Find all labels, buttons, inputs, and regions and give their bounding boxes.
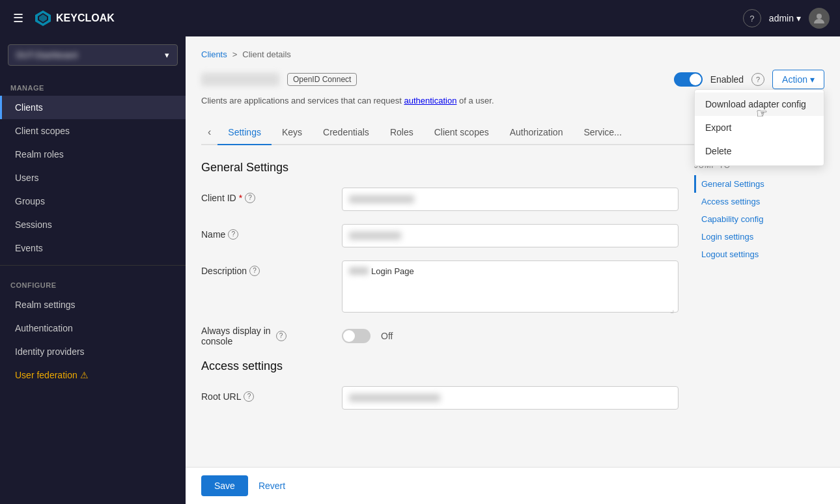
description-info-icon[interactable]: ?	[249, 266, 260, 276]
hamburger-menu-icon[interactable]: ☰	[10, 8, 26, 28]
logo-text: KEYCLOAK	[56, 12, 115, 24]
sidebar-section-configure: Configure	[0, 271, 186, 293]
layout: DUT-Dashboard ▾ Manage Clients Client sc…	[0, 36, 840, 504]
sidebar-item-user-federation-label: User federation	[15, 370, 77, 380]
sidebar-item-users-label: Users	[15, 173, 39, 183]
sidebar-item-events[interactable]: Events	[0, 236, 186, 260]
admin-menu[interactable]: admin ▾	[769, 13, 801, 23]
jump-nav-item-capability-config[interactable]: Capability config	[694, 210, 824, 228]
admin-label: admin	[769, 13, 794, 23]
sidebar-item-realm-settings-label: Realm settings	[15, 300, 76, 310]
openid-connect-badge: OpenID Connect	[287, 73, 357, 86]
client-id-info-icon[interactable]: ?	[245, 193, 255, 203]
root-url-info-icon[interactable]: ?	[244, 391, 254, 402]
revert-button[interactable]: Revert	[256, 475, 288, 496]
always-display-toggle[interactable]	[342, 329, 371, 343]
realm-selector-label: DUT-Dashboard	[16, 50, 77, 60]
admin-chevron-icon: ▾	[796, 13, 801, 23]
keycloak-logo-icon	[34, 9, 52, 27]
sidebar-item-groups-label: Groups	[15, 196, 45, 206]
dropdown-item-download-adapter[interactable]: Download adapter config ☞	[695, 92, 824, 116]
sidebar-item-events-label: Events	[15, 243, 43, 253]
sidebar-item-identity-providers-label: Identity providers	[15, 346, 85, 357]
client-id-label: Client ID * ?	[201, 188, 331, 203]
name-input[interactable]	[342, 224, 679, 247]
tab-client-scopes[interactable]: Client scopes	[424, 120, 499, 145]
dropdown-item-delete-label: Delete	[705, 146, 731, 156]
jump-nav-item-access-settings[interactable]: Access settings	[694, 193, 824, 210]
help-icon[interactable]: ?	[743, 9, 761, 27]
jump-nav-item-general-settings[interactable]: General Settings	[694, 175, 824, 193]
sidebar-item-client-scopes[interactable]: Client scopes	[0, 119, 186, 143]
description-label: Description ?	[201, 260, 331, 276]
breadcrumb-clients-link[interactable]: Clients	[201, 49, 227, 59]
action-button[interactable]: Action ▾	[772, 70, 824, 89]
tab-authorization[interactable]: Authorization	[499, 120, 574, 145]
enabled-toggle[interactable]	[674, 72, 703, 87]
sidebar-item-groups[interactable]: Groups	[0, 189, 186, 213]
always-display-info-icon[interactable]: ?	[276, 331, 287, 341]
sidebar: DUT-Dashboard ▾ Manage Clients Client sc…	[0, 36, 186, 504]
sidebar-item-clients[interactable]: Clients	[0, 96, 186, 119]
dropdown-item-download-adapter-label: Download adapter config	[705, 99, 806, 109]
sidebar-item-users[interactable]: Users	[0, 166, 186, 189]
form-group-client-id: Client ID * ?	[201, 188, 679, 211]
breadcrumb-separator: >	[232, 49, 238, 59]
jump-nav-item-logout-settings[interactable]: Logout settings	[694, 245, 824, 263]
sidebar-item-identity-providers[interactable]: Identity providers	[0, 340, 186, 363]
save-button[interactable]: Save	[201, 475, 248, 496]
general-settings-heading: General Settings	[201, 161, 679, 175]
sidebar-item-realm-roles-label: Realm roles	[15, 149, 64, 160]
sidebar-item-realm-settings[interactable]: Realm settings	[0, 293, 186, 316]
enabled-label: Enabled	[710, 74, 744, 85]
sidebar-item-sessions[interactable]: Sessions	[0, 213, 186, 236]
tab-arrow-back[interactable]: ‹	[201, 121, 217, 143]
sidebar-section-manage: Manage	[0, 74, 186, 96]
client-name	[201, 73, 279, 86]
sidebar-item-sessions-label: Sessions	[15, 219, 52, 230]
sidebar-item-client-scopes-label: Client scopes	[15, 126, 70, 136]
form-group-name: Name ?	[201, 224, 679, 247]
logo: KEYCLOAK	[34, 9, 115, 27]
tab-roles[interactable]: Roles	[380, 120, 424, 145]
tab-settings[interactable]: Settings	[217, 120, 272, 145]
name-info-icon[interactable]: ?	[228, 229, 238, 240]
action-wrapper: Action ▾ Download adapter config ☞ Expor…	[772, 70, 824, 89]
realm-selector-chevron-icon: ▾	[165, 50, 169, 60]
sidebar-item-clients-label: Clients	[15, 102, 43, 113]
sidebar-item-authentication-label: Authentication	[15, 323, 73, 333]
main-content: Clients > Client details OpenID Connect …	[186, 36, 840, 504]
dropdown-item-delete[interactable]: Delete	[695, 139, 824, 163]
action-chevron-icon: ▾	[810, 74, 815, 85]
client-header: OpenID Connect Enabled ? Action ▾ Down	[201, 70, 824, 89]
always-display-label: Always display inconsole ?	[201, 326, 331, 346]
client-id-input[interactable]	[342, 188, 679, 211]
form-and-nav: General Settings Client ID * ?	[201, 161, 824, 423]
breadcrumb: Clients > Client details	[201, 49, 824, 59]
realm-selector[interactable]: DUT-Dashboard ▾	[8, 44, 178, 66]
dropdown-item-export[interactable]: Export	[695, 116, 824, 139]
sidebar-item-realm-roles[interactable]: Realm roles	[0, 143, 186, 166]
access-settings-heading: Access settings	[201, 359, 679, 373]
sidebar-item-authentication[interactable]: Authentication	[0, 316, 186, 340]
tab-keys[interactable]: Keys	[272, 120, 313, 145]
jump-nav-item-login-settings[interactable]: Login settings	[694, 228, 824, 245]
action-button-label: Action	[782, 74, 807, 85]
authentication-link[interactable]: authentication	[404, 96, 456, 105]
tab-credentials[interactable]: Credentials	[313, 120, 380, 145]
svg-point-3	[817, 14, 822, 19]
root-url-label: Root URL ?	[201, 386, 331, 402]
tab-service[interactable]: Service...	[573, 120, 632, 145]
action-dropdown-menu: Download adapter config ☞ Export Delete	[694, 89, 824, 166]
root-url-input[interactable]	[342, 386, 679, 410]
always-display-off-label: Off	[381, 331, 393, 341]
form-area: General Settings Client ID * ?	[201, 161, 679, 423]
sidebar-item-user-federation[interactable]: User federation	[0, 363, 186, 387]
description-input[interactable]: Login Page ⌟	[342, 260, 679, 313]
avatar[interactable]	[809, 8, 830, 29]
dropdown-item-export-label: Export	[705, 122, 731, 133]
name-label: Name ?	[201, 224, 331, 240]
breadcrumb-current: Client details	[242, 49, 290, 59]
content-area: Clients > Client details OpenID Connect …	[186, 36, 840, 467]
action-help-icon[interactable]: ?	[751, 73, 764, 86]
